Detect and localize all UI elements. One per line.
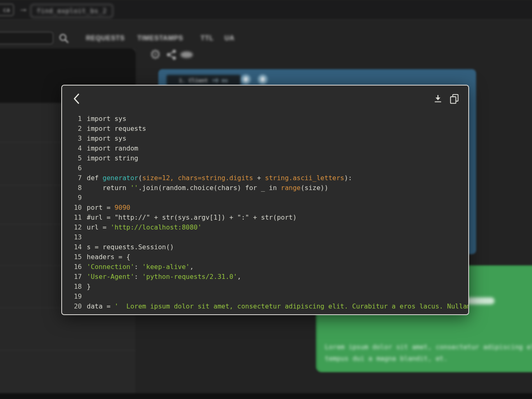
code-line: 12url = 'http://localhost:8080' <box>69 222 464 232</box>
code-line: 4import random <box>69 143 464 153</box>
client-step-time: +0 ms <box>212 77 228 84</box>
chevron-left-icon <box>73 93 80 104</box>
tab-timestamps[interactable]: TIMESTAMPS <box>137 35 183 42</box>
line-number: 1 <box>69 115 82 123</box>
line-number: 3 <box>69 135 82 142</box>
breadcrumb-arrow-icon: → <box>19 3 28 14</box>
bottom-strip <box>0 393 532 399</box>
code-text: } <box>87 283 91 290</box>
line-number: 19 <box>69 292 82 300</box>
code-text: def generator(size=12, chars=string.digi… <box>87 174 352 182</box>
code-line: 5import string <box>69 153 464 163</box>
line-number: 11 <box>69 213 82 221</box>
line-number: 7 <box>69 174 82 182</box>
code-line: 6 <box>69 163 464 173</box>
code-line: 20data = ' Lorem ipsum dolor sit amet, c… <box>69 301 464 311</box>
line-number: 6 <box>69 164 82 172</box>
code-text: import string <box>87 154 138 162</box>
download-button[interactable] <box>433 94 443 105</box>
code-text: import sys <box>87 115 126 123</box>
code-line: 14s = requests.Session() <box>69 242 464 252</box>
list-divider <box>0 350 136 350</box>
line-number: 12 <box>69 223 82 231</box>
search-icon[interactable] <box>58 33 69 44</box>
line-number: 13 <box>69 233 82 241</box>
response-body-line: Lorem ipsum dolor sit amet, consectetur … <box>325 343 532 351</box>
line-number: 15 <box>69 253 82 261</box>
code-line: 8 return ''.join(random.choice(chars) fo… <box>69 183 464 193</box>
line-number: 16 <box>69 263 82 271</box>
line-number: 18 <box>69 283 82 290</box>
code-line: 13 <box>69 232 464 242</box>
code-line: 11#url = "http://" + str(sys.argv[1]) + … <box>69 212 464 222</box>
code-viewer-modal: 1import sys2import requests3import sys4i… <box>61 85 469 315</box>
code-text: data = ' Lorem ipsum dolor sit amet, con… <box>87 302 469 310</box>
breadcrumb-tab-label: ca <box>3 7 10 13</box>
code-line: 1import sys <box>69 114 464 123</box>
code-line: 15headers = { <box>69 252 464 262</box>
line-number: 2 <box>69 125 82 132</box>
code-text: return ''.join(random.choice(chars) for … <box>87 184 328 192</box>
code-text: port = 9090 <box>87 204 130 211</box>
badge-circle-icon[interactable] <box>258 74 268 84</box>
screen: ca → find_exploit_bs_2 REQUESTS TIMESTAM… <box>0 0 532 399</box>
breadcrumb-tab-fragment[interactable]: ca <box>0 4 14 16</box>
tab-requests[interactable]: REQUESTS <box>86 35 125 42</box>
code-line: 19 <box>69 291 464 301</box>
code-text: import sys <box>87 135 126 142</box>
line-number: 5 <box>69 154 82 162</box>
code-text: 'Connection': 'keep-alive', <box>87 263 194 271</box>
download-icon <box>433 94 443 104</box>
search-input[interactable] <box>0 32 53 44</box>
line-number: 17 <box>69 273 82 281</box>
badge-circle-icon[interactable] <box>241 74 251 84</box>
code-line: 7def generator(size=12, chars=string.dig… <box>69 173 464 183</box>
code-line: 17'User-Agent': 'python-requests/2.31.0'… <box>69 271 464 281</box>
code-text: import random <box>87 144 138 152</box>
line-number: 4 <box>69 144 82 152</box>
code-text: import requests <box>87 125 146 132</box>
line-number: 20 <box>69 302 82 310</box>
back-button[interactable] <box>73 93 80 106</box>
code-block: 1import sys2import requests3import sys4i… <box>69 114 464 311</box>
share-icon[interactable] <box>166 49 178 60</box>
code-text: url = 'http://localhost:8080' <box>87 223 201 231</box>
tab-ttl[interactable]: TTL <box>201 35 214 42</box>
code-line: 2import requests <box>69 123 464 133</box>
code-line: 9 <box>69 193 464 202</box>
tab-ua[interactable]: UA <box>224 35 235 42</box>
line-number: 8 <box>69 184 82 192</box>
line-number: 10 <box>69 204 82 211</box>
active-file-tab-label: find_exploit_bs_2 <box>37 7 107 15</box>
code-line: 16'Connection': 'keep-alive', <box>69 262 464 271</box>
code-text: 'User-Agent': 'python-requests/2.31.0', <box>87 273 241 281</box>
code-line: 3import sys <box>69 133 464 143</box>
gear-icon[interactable]: ⚙ <box>150 47 161 62</box>
code-text: headers = { <box>87 253 130 261</box>
code-line: 10port = 9090 <box>69 202 464 212</box>
code-text: s = requests.Session() <box>87 243 174 251</box>
eye-icon[interactable] <box>180 51 193 58</box>
code-line: 18} <box>69 281 464 291</box>
client-step-badge[interactable]: 1. Client +0 ms <box>167 75 241 86</box>
copy-button[interactable] <box>449 93 460 106</box>
client-step-label: 1. Client <box>179 77 208 84</box>
copy-icon <box>449 93 460 104</box>
line-number: 14 <box>69 243 82 251</box>
active-file-tab[interactable]: find_exploit_bs_2 <box>30 4 113 18</box>
line-number: 9 <box>69 194 82 202</box>
code-text: #url = "http://" + str(sys.argv[1]) + ":… <box>87 213 297 221</box>
response-body-line: tempus dui a magna blandit, et. <box>325 355 448 362</box>
